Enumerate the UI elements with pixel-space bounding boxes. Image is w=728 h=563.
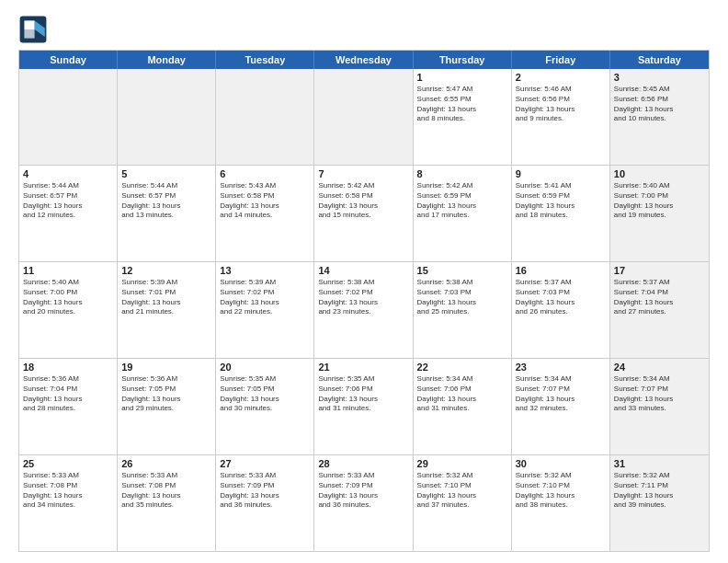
day-cell-18: 18Sunrise: 5:36 AM Sunset: 7:04 PM Dayli… (19, 359, 118, 454)
day-number: 18 (23, 362, 113, 373)
day-number: 20 (220, 362, 310, 373)
header-day-monday: Monday (118, 51, 216, 69)
header-day-thursday: Thursday (414, 51, 512, 69)
week-row-5: 25Sunrise: 5:33 AM Sunset: 7:08 PM Dayli… (19, 455, 709, 551)
day-info: Sunrise: 5:36 AM Sunset: 7:04 PM Dayligh… (23, 374, 113, 414)
calendar-header: SundayMondayTuesdayWednesdayThursdayFrid… (19, 51, 709, 69)
day-number: 31 (614, 458, 705, 469)
day-info: Sunrise: 5:34 AM Sunset: 7:07 PM Dayligh… (614, 374, 705, 414)
day-info: Sunrise: 5:35 AM Sunset: 7:05 PM Dayligh… (220, 374, 310, 414)
day-cell-4: 4Sunrise: 5:44 AM Sunset: 6:57 PM Daylig… (19, 166, 118, 261)
day-info: Sunrise: 5:33 AM Sunset: 7:08 PM Dayligh… (121, 471, 211, 511)
day-number: 19 (121, 362, 211, 373)
empty-cell (118, 69, 216, 165)
day-number: 17 (614, 265, 705, 276)
day-number: 21 (318, 362, 408, 373)
day-info: Sunrise: 5:33 AM Sunset: 7:09 PM Dayligh… (318, 471, 408, 511)
day-number: 14 (318, 265, 408, 276)
day-number: 16 (516, 265, 606, 276)
day-number: 29 (417, 458, 507, 469)
day-cell-16: 16Sunrise: 5:37 AM Sunset: 7:03 PM Dayli… (512, 262, 610, 358)
day-number: 12 (121, 265, 211, 276)
day-number: 8 (417, 168, 507, 179)
empty-cell (19, 69, 118, 165)
day-number: 11 (23, 265, 113, 276)
logo (18, 15, 51, 44)
day-number: 9 (516, 168, 606, 179)
week-row-4: 18Sunrise: 5:36 AM Sunset: 7:04 PM Dayli… (19, 359, 709, 455)
day-info: Sunrise: 5:37 AM Sunset: 7:04 PM Dayligh… (614, 278, 705, 317)
day-cell-28: 28Sunrise: 5:33 AM Sunset: 7:09 PM Dayli… (314, 455, 413, 551)
day-cell-24: 24Sunrise: 5:34 AM Sunset: 7:07 PM Dayli… (610, 359, 709, 454)
day-cell-14: 14Sunrise: 5:38 AM Sunset: 7:02 PM Dayli… (314, 262, 413, 358)
day-number: 22 (417, 362, 507, 373)
calendar-body: 1Sunrise: 5:47 AM Sunset: 6:55 PM Daylig… (19, 69, 709, 551)
day-info: Sunrise: 5:38 AM Sunset: 7:02 PM Dayligh… (318, 278, 408, 317)
day-cell-30: 30Sunrise: 5:32 AM Sunset: 7:10 PM Dayli… (512, 455, 610, 551)
page: SundayMondayTuesdayWednesdayThursdayFrid… (0, 0, 728, 563)
day-info: Sunrise: 5:36 AM Sunset: 7:05 PM Dayligh… (121, 374, 211, 414)
day-cell-8: 8Sunrise: 5:42 AM Sunset: 6:59 PM Daylig… (414, 166, 512, 261)
day-cell-7: 7Sunrise: 5:42 AM Sunset: 6:58 PM Daylig… (314, 166, 413, 261)
day-info: Sunrise: 5:44 AM Sunset: 6:57 PM Dayligh… (121, 181, 211, 221)
day-info: Sunrise: 5:47 AM Sunset: 6:55 PM Dayligh… (417, 85, 507, 124)
day-cell-3: 3Sunrise: 5:45 AM Sunset: 6:56 PM Daylig… (610, 69, 709, 165)
day-cell-27: 27Sunrise: 5:33 AM Sunset: 7:09 PM Dayli… (216, 455, 314, 551)
svg-marker-2 (24, 20, 34, 29)
day-info: Sunrise: 5:42 AM Sunset: 6:58 PM Dayligh… (318, 181, 408, 221)
day-number: 10 (614, 168, 705, 179)
day-number: 3 (614, 72, 705, 83)
day-info: Sunrise: 5:32 AM Sunset: 7:10 PM Dayligh… (516, 471, 606, 511)
day-info: Sunrise: 5:40 AM Sunset: 7:00 PM Dayligh… (614, 181, 705, 221)
day-info: Sunrise: 5:32 AM Sunset: 7:10 PM Dayligh… (417, 471, 507, 511)
day-number: 13 (220, 265, 310, 276)
day-number: 5 (121, 168, 211, 179)
header-day-friday: Friday (512, 51, 610, 69)
day-number: 25 (23, 458, 113, 469)
logo-icon (18, 15, 48, 44)
day-info: Sunrise: 5:35 AM Sunset: 7:06 PM Dayligh… (318, 374, 408, 414)
calendar: SundayMondayTuesdayWednesdayThursdayFrid… (18, 50, 710, 552)
day-info: Sunrise: 5:43 AM Sunset: 6:58 PM Dayligh… (220, 181, 310, 221)
week-row-2: 4Sunrise: 5:44 AM Sunset: 6:57 PM Daylig… (19, 166, 709, 262)
day-number: 6 (220, 168, 310, 179)
empty-cell (314, 69, 413, 165)
day-number: 23 (516, 362, 606, 373)
day-cell-26: 26Sunrise: 5:33 AM Sunset: 7:08 PM Dayli… (118, 455, 216, 551)
day-cell-23: 23Sunrise: 5:34 AM Sunset: 7:07 PM Dayli… (512, 359, 610, 454)
day-cell-11: 11Sunrise: 5:40 AM Sunset: 7:00 PM Dayli… (19, 262, 118, 358)
day-cell-6: 6Sunrise: 5:43 AM Sunset: 6:58 PM Daylig… (216, 166, 314, 261)
day-number: 4 (23, 168, 113, 179)
day-number: 15 (417, 265, 507, 276)
day-cell-15: 15Sunrise: 5:38 AM Sunset: 7:03 PM Dayli… (414, 262, 512, 358)
day-number: 1 (417, 72, 507, 83)
header-day-tuesday: Tuesday (216, 51, 314, 69)
day-cell-2: 2Sunrise: 5:46 AM Sunset: 6:56 PM Daylig… (512, 69, 610, 165)
day-cell-1: 1Sunrise: 5:47 AM Sunset: 6:55 PM Daylig… (414, 69, 512, 165)
day-cell-19: 19Sunrise: 5:36 AM Sunset: 7:05 PM Dayli… (118, 359, 216, 454)
day-cell-21: 21Sunrise: 5:35 AM Sunset: 7:06 PM Dayli… (314, 359, 413, 454)
header-day-wednesday: Wednesday (314, 51, 413, 69)
day-cell-13: 13Sunrise: 5:39 AM Sunset: 7:02 PM Dayli… (216, 262, 314, 358)
day-cell-10: 10Sunrise: 5:40 AM Sunset: 7:00 PM Dayli… (610, 166, 709, 261)
day-number: 2 (516, 72, 606, 83)
day-cell-25: 25Sunrise: 5:33 AM Sunset: 7:08 PM Dayli… (19, 455, 118, 551)
day-number: 28 (318, 458, 408, 469)
day-cell-9: 9Sunrise: 5:41 AM Sunset: 6:59 PM Daylig… (512, 166, 610, 261)
week-row-3: 11Sunrise: 5:40 AM Sunset: 7:00 PM Dayli… (19, 262, 709, 359)
day-cell-20: 20Sunrise: 5:35 AM Sunset: 7:05 PM Dayli… (216, 359, 314, 454)
day-info: Sunrise: 5:41 AM Sunset: 6:59 PM Dayligh… (516, 181, 606, 221)
day-number: 30 (516, 458, 606, 469)
day-info: Sunrise: 5:37 AM Sunset: 7:03 PM Dayligh… (516, 278, 606, 317)
day-info: Sunrise: 5:33 AM Sunset: 7:08 PM Dayligh… (23, 471, 113, 511)
day-info: Sunrise: 5:34 AM Sunset: 7:07 PM Dayligh… (516, 374, 606, 414)
header (18, 15, 710, 44)
empty-cell (216, 69, 314, 165)
day-info: Sunrise: 5:42 AM Sunset: 6:59 PM Dayligh… (417, 181, 507, 221)
day-number: 27 (220, 458, 310, 469)
day-cell-22: 22Sunrise: 5:34 AM Sunset: 7:06 PM Dayli… (414, 359, 512, 454)
day-number: 7 (318, 168, 408, 179)
day-cell-31: 31Sunrise: 5:32 AM Sunset: 7:11 PM Dayli… (610, 455, 709, 551)
week-row-1: 1Sunrise: 5:47 AM Sunset: 6:55 PM Daylig… (19, 69, 709, 166)
day-number: 24 (614, 362, 705, 373)
